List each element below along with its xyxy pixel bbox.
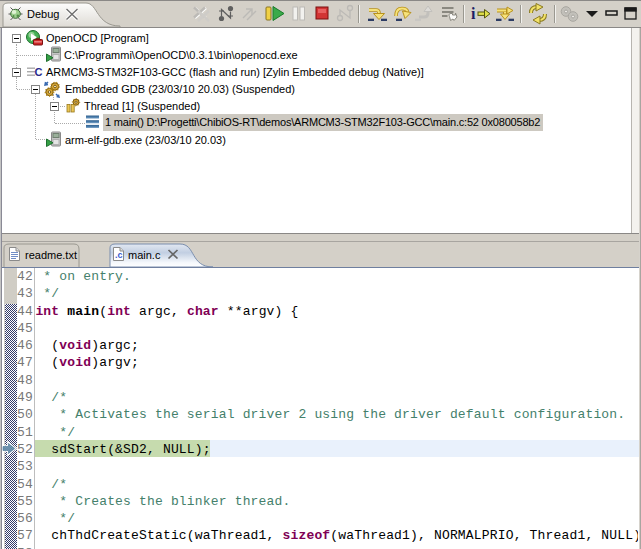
svg-text:C: C bbox=[35, 66, 43, 78]
svg-text:.c: .c bbox=[115, 250, 123, 260]
svg-text:Debug: Debug bbox=[27, 8, 59, 20]
svg-text:i: i bbox=[471, 5, 476, 22]
svg-text:main.c: main.c bbox=[128, 249, 161, 261]
svg-text:readme.txt: readme.txt bbox=[25, 249, 77, 261]
